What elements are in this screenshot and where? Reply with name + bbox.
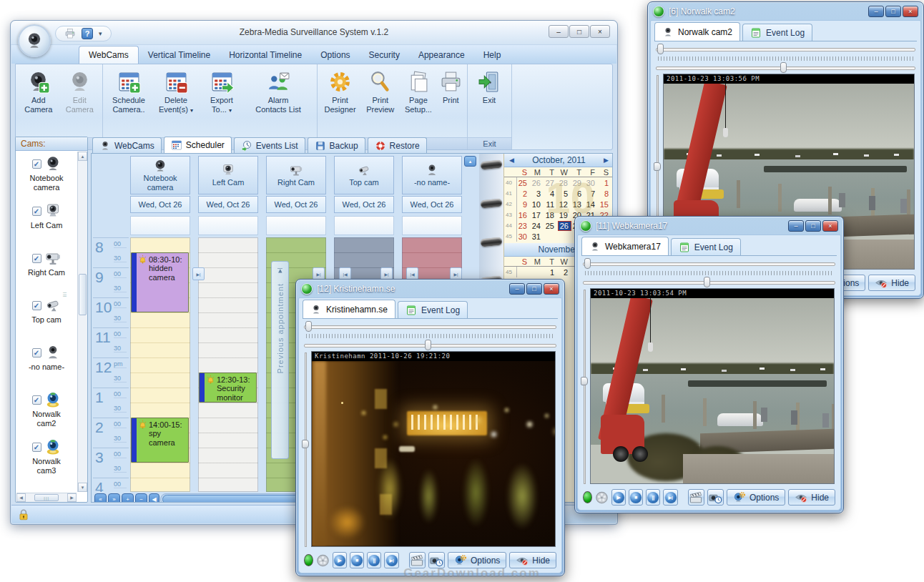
tab-event-log[interactable]: Event Log	[398, 301, 468, 318]
vertical-slider[interactable]	[581, 290, 588, 484]
camera-checkbox[interactable]: ✓	[32, 301, 41, 310]
scheduler-column-header[interactable]: Notebook camera	[130, 156, 190, 194]
scheduler-grid-column-left-cam[interactable]	[198, 237, 258, 492]
print-icon[interactable]	[64, 28, 76, 39]
calendar-day[interactable]: 25	[517, 179, 531, 187]
scheduler-scroll-up-icon[interactable]: ▲	[464, 156, 476, 167]
ribbon-tab-webcams[interactable]: WebCams	[79, 46, 139, 64]
step-forward-button[interactable]: ▶|	[663, 489, 677, 505]
stop-button[interactable]: ■	[350, 552, 364, 568]
scheduler-date-header[interactable]: Wed, Oct 26	[266, 196, 326, 213]
close-button[interactable]: ×	[590, 25, 610, 38]
calendar-day[interactable]: 2	[558, 268, 571, 277]
film-reel-icon[interactable]	[595, 488, 609, 507]
scheduler-date-header[interactable]: Wed, Oct 26	[198, 196, 258, 213]
sidebar-item-right-cam[interactable]: ✓ Right Cam	[16, 246, 77, 293]
camera-checkbox[interactable]: ✓	[32, 207, 41, 216]
play-button[interactable]: ▶	[333, 552, 347, 568]
hide-button[interactable]: Hide	[788, 489, 835, 505]
timeline-slider[interactable]	[656, 43, 915, 56]
scheduler-event-hidden-camera[interactable]: 08:30-10: hidden camera	[131, 252, 189, 312]
all-day-area[interactable]	[334, 216, 394, 235]
ribbon-tab-vertical-timeline[interactable]: Vertical Timeline	[139, 46, 220, 64]
tab-event-log[interactable]: Event Log	[671, 238, 741, 255]
scheduler-date-header[interactable]: Wed, Oct 26	[334, 196, 394, 213]
ribbon-tab-horizontal-timeline[interactable]: Horizontal Timeline	[220, 46, 311, 64]
print-button[interactable]: Print	[438, 68, 464, 137]
calendar-next-month-icon[interactable]: ▶	[604, 157, 609, 164]
camera-checkbox[interactable]: ✓	[32, 348, 41, 357]
scheduler-date-header[interactable]: Wed, Oct 26	[130, 196, 190, 213]
tab-camera-view[interactable]: Webkamera17	[581, 237, 669, 255]
close-button[interactable]: ×	[903, 6, 918, 17]
zoom-in-button[interactable]: +	[122, 493, 134, 503]
slider-handle[interactable]	[780, 62, 787, 73]
scheduler-column-header[interactable]: Left Cam	[198, 156, 258, 194]
pause-button[interactable]: ||	[646, 489, 660, 505]
calendar-day[interactable]: 30	[517, 232, 531, 241]
maximize-button[interactable]: □	[526, 283, 542, 295]
scrollbar-thumb[interactable]: |||	[79, 274, 87, 315]
calendar-day[interactable]: 31	[531, 232, 544, 241]
tab-events-list[interactable]: Events List	[234, 137, 305, 153]
tab-camera-view[interactable]: Kristinehamn.se	[303, 300, 395, 318]
calendar-day[interactable]: 2	[517, 189, 531, 198]
zoom-slider[interactable]	[583, 276, 835, 289]
calendar-day[interactable]: 10	[531, 200, 544, 209]
sidebar-horizontal-scrollbar[interactable]: ◀ ||| ▶	[16, 493, 77, 502]
scheduler-event-spy-camera[interactable]: 14:00-15: spy camera	[131, 418, 189, 463]
add-camera-button[interactable]: AddCamera	[19, 68, 59, 137]
scroll-left-icon[interactable]: ◀	[16, 493, 26, 502]
calendar-day[interactable]: 8	[599, 189, 612, 198]
step-forward-button[interactable]: ▶|	[384, 552, 398, 568]
calendar-day[interactable]: 16	[517, 211, 531, 220]
page-setup-button[interactable]: PageSetup...	[400, 68, 436, 137]
vertical-slider[interactable]	[302, 352, 309, 547]
goto-last-button[interactable]: »	[108, 493, 120, 503]
scheduler-column-header[interactable]: Top cam	[334, 156, 394, 194]
calendar-prev-month-icon[interactable]: ◀	[509, 157, 514, 164]
minimize-button[interactable]: –	[868, 6, 884, 17]
slider-handle[interactable]	[425, 340, 431, 350]
scrollbar-thumb[interactable]: |||	[34, 494, 59, 501]
film-reel-icon[interactable]	[316, 551, 330, 570]
options-button[interactable]: Options	[727, 489, 785, 505]
close-button[interactable]: ×	[822, 220, 838, 232]
camera-window-titlebar[interactable]: [11] Webkamera17 – □ ×	[575, 217, 843, 235]
tab-event-log[interactable]: Event Log	[742, 24, 812, 41]
sidebar-item-notebook-camera[interactable]: ✓ Notebook camera	[16, 152, 77, 199]
sidebar-item-norwalk-cam3[interactable]: ✓ Norwalk cam3	[16, 435, 77, 482]
camera-checkbox[interactable]: ✓	[32, 395, 41, 405]
calendar-day[interactable]: 9	[517, 200, 531, 209]
print-designer-button[interactable]: PrintDesigner	[320, 68, 360, 137]
delete-events-button[interactable]: DeleteEvent(s) ▾	[153, 68, 199, 137]
scroll-down-icon[interactable]: ▼	[78, 483, 87, 492]
timeline-slider[interactable]	[583, 257, 835, 270]
hide-button[interactable]: Hide	[868, 275, 915, 291]
scheduler-column-header[interactable]: Right Cam	[266, 156, 326, 194]
camera-window-titlebar[interactable]: [6] Norwalk cam2 – □ ×	[648, 2, 923, 20]
slider-handle[interactable]	[302, 440, 309, 448]
stop-button[interactable]: ■	[629, 489, 643, 505]
scroll-up-icon[interactable]: ▲	[78, 152, 87, 161]
maximize-button[interactable]: □	[805, 220, 821, 232]
calendar-day[interactable]: 24	[531, 222, 544, 230]
tab-restore[interactable]: Restore	[368, 137, 427, 153]
zoom-out-button[interactable]: −	[135, 493, 147, 503]
scheduler-date-header[interactable]: Wed, Oct 26	[402, 196, 462, 213]
calendar-day[interactable]: 15	[599, 200, 612, 209]
snapshot-button[interactable]	[707, 489, 724, 505]
camera-checkbox[interactable]: ✓	[32, 254, 41, 263]
slider-handle[interactable]	[305, 321, 312, 332]
calendar-day[interactable]: 3	[531, 189, 544, 198]
sidebar-item-top-cam[interactable]: ✓ Top cam	[16, 293, 77, 340]
maximize-button[interactable]: □	[885, 6, 901, 17]
camera-checkbox[interactable]: ✓	[32, 443, 41, 452]
scheduler-event-security-monitor[interactable]: 12:30-13: Security monitor	[199, 373, 257, 403]
pause-button[interactable]: ||	[367, 552, 381, 568]
slider-handle[interactable]	[584, 258, 591, 269]
tab-backup[interactable]: Backup	[308, 137, 365, 153]
calendar-day[interactable]: 26	[531, 179, 544, 187]
camera-checkbox[interactable]: ✓	[32, 159, 41, 169]
app-logo-webcam-icon[interactable]	[18, 24, 51, 57]
